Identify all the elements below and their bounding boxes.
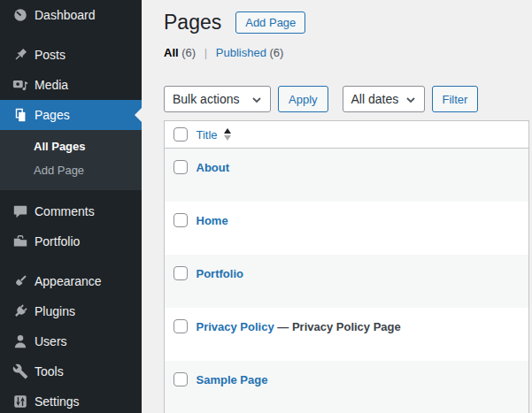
page-title-link[interactable]: Portfolio xyxy=(197,267,243,280)
view-all-count: (6) xyxy=(181,46,196,59)
row-checkbox[interactable] xyxy=(173,213,188,227)
sidebar-item-label: Tools xyxy=(35,364,64,379)
title-sort-link[interactable]: Title xyxy=(197,128,231,141)
page-note: — Privacy Policy Page xyxy=(277,320,400,333)
sidebar-item-label: Pages xyxy=(35,108,70,122)
row-checkbox-cell xyxy=(165,255,197,308)
row-title-cell: Portfolio xyxy=(197,255,529,308)
sidebar-item-portfolio[interactable]: Portfolio xyxy=(0,226,142,256)
user-icon xyxy=(12,333,28,349)
add-page-button[interactable]: Add Page xyxy=(235,11,305,34)
row-checkbox[interactable] xyxy=(173,266,188,280)
view-all-link[interactable]: All xyxy=(164,46,179,59)
sidebar-item-posts[interactable]: Posts xyxy=(0,40,142,70)
bulk-actions-select[interactable]: Bulk actions xyxy=(164,86,271,112)
row-title-cell: Privacy Policy — Privacy Policy Page xyxy=(197,308,529,361)
sidebar-item-comments[interactable]: Comments xyxy=(0,196,142,226)
dashboard-gauge-icon xyxy=(12,7,28,23)
submenu-item-label: Add Page xyxy=(34,164,84,177)
sidebar-item-plugins[interactable]: Plugins xyxy=(0,296,142,326)
plug-icon xyxy=(12,303,28,319)
title-column-header: Title xyxy=(197,121,529,149)
pages-table: Title About xyxy=(164,120,529,413)
paintbrush-icon xyxy=(12,273,28,289)
table-row: Sample Page xyxy=(165,361,529,413)
header-checkbox-cell xyxy=(165,121,197,149)
sidebar-item-users[interactable]: Users xyxy=(0,326,142,356)
row-checkbox-cell xyxy=(165,149,197,202)
all-dates-select[interactable]: All dates xyxy=(343,86,425,112)
submenu-item-all-pages[interactable]: All Pages xyxy=(0,134,142,158)
media-camera-icon xyxy=(12,77,28,93)
row-checkbox-cell xyxy=(165,308,197,361)
filter-button[interactable]: Filter xyxy=(432,86,479,112)
sidebar-item-label: Plugins xyxy=(35,304,75,318)
table-row: Portfolio xyxy=(165,255,529,308)
apply-button[interactable]: Apply xyxy=(278,86,328,112)
page-title-link[interactable]: Privacy Policy xyxy=(197,320,274,333)
title-header-label: Title xyxy=(197,128,218,141)
view-published-count: (6) xyxy=(270,46,284,59)
sidebar-item-label: Appearance xyxy=(35,274,102,288)
row-checkbox[interactable] xyxy=(173,372,188,386)
table-row: About xyxy=(165,149,529,202)
comment-bubble-icon xyxy=(12,203,28,219)
select-all-checkbox[interactable] xyxy=(173,127,188,141)
page-header: Pages Add Page xyxy=(164,9,529,35)
pages-submenu: All Pages Add Page xyxy=(0,130,142,190)
wrench-icon xyxy=(12,363,28,379)
sidebar-item-dashboard[interactable]: Dashboard xyxy=(0,0,142,30)
row-checkbox-cell xyxy=(165,202,197,255)
sidebar-item-label: Portfolio xyxy=(35,234,80,249)
view-separator: | xyxy=(204,46,207,59)
settings-sliders-icon xyxy=(12,394,28,409)
sidebar-item-label: Dashboard xyxy=(35,8,96,22)
page-title: Pages xyxy=(164,9,221,35)
page-title-link[interactable]: About xyxy=(197,161,230,174)
sidebar-item-label: Users xyxy=(35,334,67,348)
chevron-down-icon xyxy=(250,93,264,107)
sidebar-item-settings[interactable]: Settings xyxy=(0,386,142,413)
view-published-link[interactable]: Published xyxy=(216,46,266,59)
sort-indicator-icon xyxy=(224,128,231,141)
row-checkbox[interactable] xyxy=(173,160,188,174)
submenu-item-add-page[interactable]: Add Page xyxy=(0,158,142,182)
bulk-actions-value: Bulk actions xyxy=(173,92,239,106)
sidebar-item-tools[interactable]: Tools xyxy=(0,356,142,386)
sidebar-item-label: Media xyxy=(35,78,68,92)
table-row: Home xyxy=(165,202,529,255)
sidebar-item-appearance[interactable]: Appearance xyxy=(0,266,142,296)
table-header-row: Title xyxy=(165,121,529,149)
main-content: Pages Add Page All (6) | Published (6) B… xyxy=(142,0,532,413)
all-dates-value: All dates xyxy=(351,92,399,106)
sidebar-item-label: Comments xyxy=(35,204,95,218)
table-toolbar: Bulk actions Apply All dates Filter xyxy=(164,86,529,112)
page-title-link[interactable]: Sample Page xyxy=(197,373,268,386)
sidebar-item-media[interactable]: Media xyxy=(0,70,142,100)
portfolio-briefcase-icon xyxy=(12,233,28,249)
sidebar-item-label: Settings xyxy=(35,394,80,409)
sidebar-item-label: Posts xyxy=(35,48,66,62)
admin-sidebar: Dashboard Posts Media Pages All Pages Ad… xyxy=(0,0,142,413)
page-title-link[interactable]: Home xyxy=(197,214,228,227)
view-filter-links: All (6) | Published (6) xyxy=(164,46,529,59)
submenu-item-label: All Pages xyxy=(34,140,86,153)
pushpin-icon xyxy=(12,47,28,63)
row-title-cell: Home xyxy=(197,202,529,255)
chevron-down-icon xyxy=(404,93,418,107)
row-checkbox-cell xyxy=(165,361,197,413)
table-row: Privacy Policy — Privacy Policy Page xyxy=(165,308,529,361)
row-checkbox[interactable] xyxy=(173,319,188,333)
row-title-cell: Sample Page xyxy=(197,361,529,413)
pages-icon xyxy=(12,107,28,123)
sidebar-item-pages[interactable]: Pages xyxy=(0,100,142,130)
row-title-cell: About xyxy=(197,149,529,202)
